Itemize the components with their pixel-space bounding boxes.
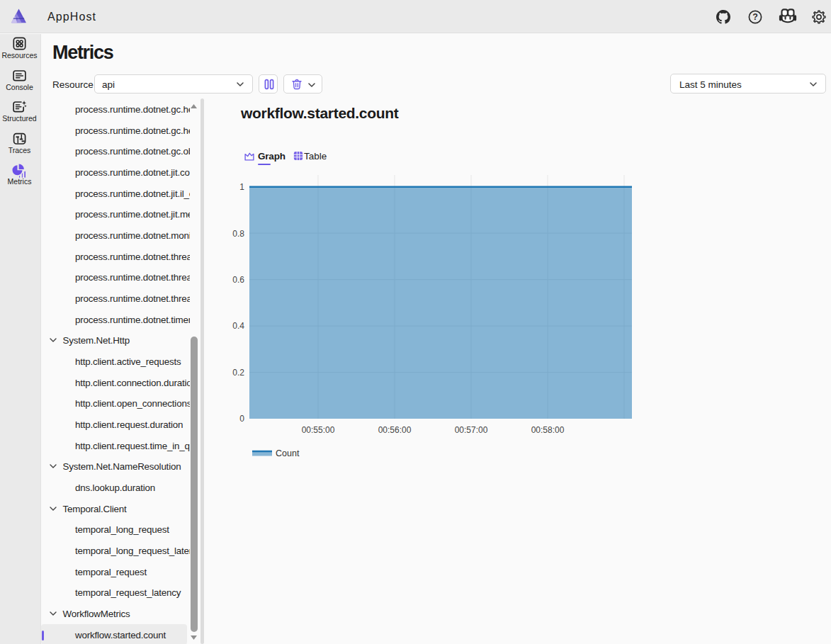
svg-text:0.8: 0.8	[232, 229, 244, 239]
svg-text:0.2: 0.2	[232, 368, 244, 378]
svg-text:00:57:00: 00:57:00	[455, 425, 488, 435]
svg-text:00:58:00: 00:58:00	[531, 425, 565, 435]
svg-text:0.4: 0.4	[232, 321, 244, 331]
svg-text:0.6: 0.6	[232, 275, 244, 285]
svg-text:Count: Count	[276, 448, 300, 458]
svg-text:?: ?	[752, 12, 758, 22]
svg-text:00:55:00: 00:55:00	[302, 425, 335, 435]
svg-text:00:56:00: 00:56:00	[378, 425, 412, 435]
svg-text:0: 0	[239, 414, 244, 424]
svg-text:1: 1	[239, 182, 244, 192]
